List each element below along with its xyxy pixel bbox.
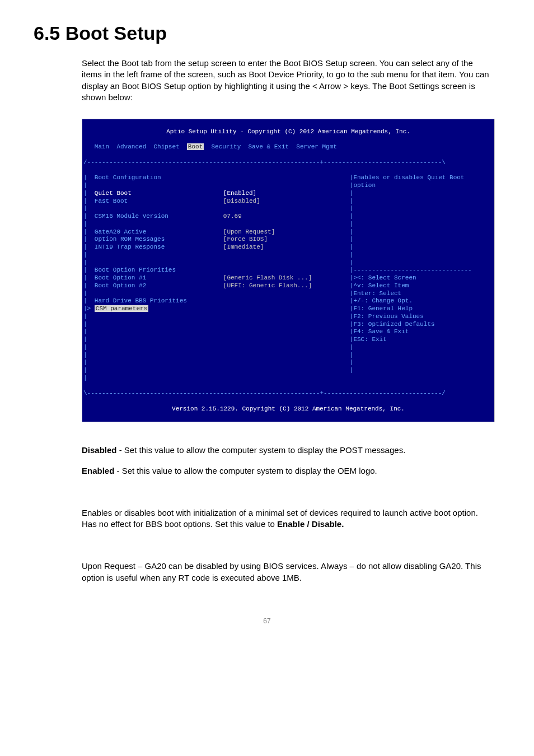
csm16-value: 07.69	[223, 213, 242, 220]
bios-body: | Boot Configuration | | Quiet Boot[Enab…	[83, 174, 493, 382]
nav-f1: F1: General Help	[353, 305, 413, 312]
hdd-bbs-priorities: Hard Drive BBS Priorities	[95, 297, 187, 304]
help-line-2: option	[353, 182, 376, 189]
gatea20-label: GateA20 Active	[95, 228, 223, 236]
boot-option2-value: [UEFI: Generic Flash...]	[223, 282, 312, 289]
gatea20-value: [Upon Request]	[223, 228, 275, 235]
boot-priorities-header: Boot Option Priorities	[95, 267, 176, 273]
bios-border-bottom: \---------------------------------------…	[83, 390, 493, 398]
enabled-desc: Enabled - Set this value to allow the co…	[82, 465, 495, 477]
fast-boot-label: Fast Boot	[95, 198, 223, 206]
nav-f4: F4: Save & Exit	[353, 328, 409, 335]
disabled-text: - Set this value to allow the computer s…	[117, 445, 406, 455]
bios-border-top: /---------------------------------------…	[83, 159, 493, 167]
disabled-desc: Disabled - Set this value to allow the c…	[82, 445, 495, 456]
fastboot-desc: Enables or disables boot with initializa…	[82, 507, 495, 530]
boot-option1-label: Boot Option #1	[95, 274, 223, 282]
nav-esc: ESC: Exit	[353, 336, 386, 343]
gatea20-desc: Upon Request – GA20 can be disabled by u…	[82, 561, 495, 584]
bios-title: Aptio Setup Utility - Copyright (C) 2012…	[166, 128, 410, 135]
menu-boot: Boot	[187, 143, 204, 150]
section-heading: 6.5 Boot Setup	[34, 22, 500, 44]
help-line-1: Enables or disables Quiet Boot	[353, 174, 464, 181]
menu-save-exit: Save & Exit	[248, 143, 289, 150]
bios-left-pane: | Boot Configuration | | Quiet Boot[Enab…	[83, 174, 350, 382]
nav-select-screen: ><: Select Screen	[353, 274, 416, 281]
menu-chipset: Chipset	[153, 143, 179, 150]
nav-enter: Enter: Select	[353, 290, 401, 297]
nav-select-item: ^v: Select Item	[353, 282, 409, 289]
quiet-boot-label: Quiet Boot	[95, 190, 223, 198]
int19-label: INT19 Trap Response	[95, 244, 223, 251]
nav-f2: F2: Previous Values	[353, 313, 423, 320]
bios-screenshot: Aptio Setup Utility - Copyright (C) 2012…	[82, 119, 495, 422]
enabled-label: Enabled	[82, 466, 114, 475]
bios-menu-bar: Main Advanced Chipset Boot Security Save…	[83, 143, 493, 151]
nav-change-opt: +/-: Change Opt.	[353, 297, 413, 304]
option-rom-label: Option ROM Messages	[95, 236, 223, 244]
menu-advanced: Advanced	[116, 143, 146, 150]
csm16-label: CSM16 Module Version	[95, 213, 223, 221]
fastboot-bold: Enable / Disable.	[277, 519, 344, 529]
intro-paragraph: Select the Boot tab from the setup scree…	[82, 58, 495, 103]
submenu-prefix: >	[87, 305, 95, 312]
bios-footer: Version 2.15.1229. Copyright (C) 2012 Am…	[172, 405, 405, 412]
csm-parameters: CSM parameters	[95, 305, 148, 312]
disabled-label: Disabled	[82, 445, 117, 455]
menu-server-mgmt: Server Mgmt	[296, 143, 337, 150]
boot-configuration-header: Boot Configuration	[95, 174, 161, 181]
int19-value: [Immediate]	[223, 244, 264, 250]
menu-main: Main	[95, 143, 109, 150]
menu-security: Security	[211, 143, 241, 150]
boot-option2-label: Boot Option #2	[95, 282, 223, 290]
bios-right-pane: |Enables or disables Quiet Boot |option …	[350, 174, 493, 382]
option-rom-value: [Force BIOS]	[223, 236, 268, 242]
enabled-text: - Set this value to allow the computer s…	[114, 466, 377, 475]
nav-f3: F3: Optimized Defaults	[353, 321, 434, 328]
fast-boot-value: [Disabled]	[223, 198, 260, 204]
quiet-boot-value: [Enabled]	[223, 190, 256, 197]
boot-option1-value: [Generic Flash Disk ...]	[223, 274, 312, 281]
page-number: 67	[34, 617, 500, 625]
